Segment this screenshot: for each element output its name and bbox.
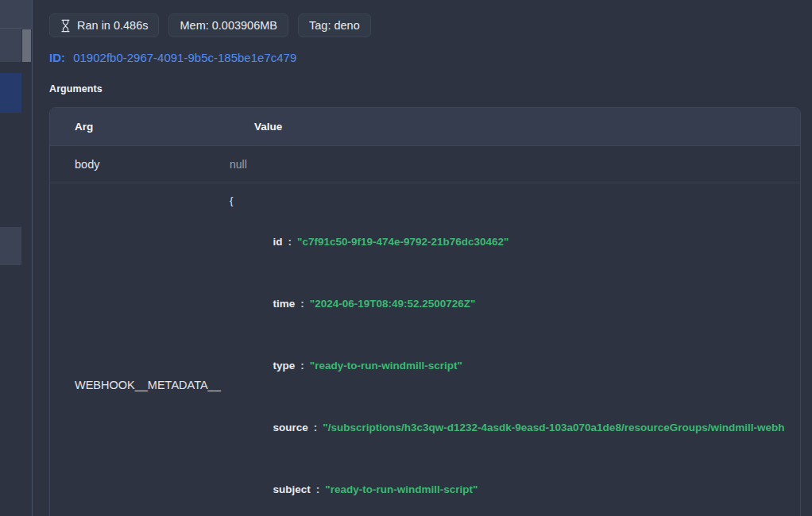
memory-badge: Mem: 0.003906MB [168, 13, 288, 37]
arguments-title: Arguments [49, 83, 801, 94]
object-entry-time: time:"2024-06-19T08:49:52.2500726Z" [230, 273, 800, 335]
rail-scrollbar-thumb[interactable] [22, 29, 31, 62]
arg-name-body: body [50, 158, 230, 171]
entry-separator: : [316, 483, 320, 495]
entry-value: "ready-to-run-windmill-script" [310, 360, 462, 372]
object-entry-id: id:"c7f91c50-9f19-474e-9792-21b76dc30462… [230, 211, 800, 273]
tag-badge-label: Tag: deno [309, 19, 360, 32]
arg-name-webhook: WEBHOOK__METADATA__ [50, 183, 230, 516]
object-open-brace: { [230, 191, 800, 211]
rail-item[interactable] [0, 227, 21, 265]
webhook-metadata-object-viewer: { id:"c7f91c50-9f19-474e-9792-21b76dc304… [230, 183, 800, 516]
entry-key: time [273, 298, 296, 310]
object-entry-subject: subject:"ready-to-run-windmill-script" [230, 459, 800, 516]
table-row-webhook-metadata: WEBHOOK__METADATA__ { id:"c7f91c50-9f19-… [50, 183, 800, 516]
job-badges: Ran in 0.486s Mem: 0.003906MB Tag: deno [49, 13, 801, 37]
memory-badge-label: Mem: 0.003906MB [180, 19, 277, 32]
arg-value-body: null [230, 158, 800, 171]
tag-badge: Tag: deno [298, 13, 371, 37]
entry-key: type [273, 360, 296, 372]
entry-key: subject [273, 483, 311, 495]
job-id-value[interactable]: 01902fb0-2967-4091-9b5c-185be1e7c479 [73, 51, 296, 64]
object-entry-type: type:"ready-to-run-windmill-script" [230, 335, 800, 397]
entry-separator: : [300, 298, 304, 310]
col-header-value: Value [230, 121, 800, 133]
arguments-table-header: Arg Value [50, 108, 800, 146]
hourglass-icon [60, 19, 71, 33]
entry-value: "ready-to-run-windmill-script" [325, 483, 478, 495]
rail-top-block [0, 0, 32, 29]
table-row-body: body null [50, 146, 800, 183]
entry-separator: : [314, 422, 318, 433]
entry-separator: : [300, 360, 304, 372]
job-id-label: ID: [49, 51, 65, 64]
runtime-badge: Ran in 0.486s [49, 13, 159, 37]
entry-value: "/subscriptions/h3c3qw-d1232-4asdk-9easd… [323, 422, 784, 433]
runtime-badge-label: Ran in 0.486s [77, 19, 148, 32]
col-header-arg: Arg [50, 121, 230, 133]
entry-value: "2024-06-19T08:49:52.2500726Z" [310, 298, 476, 310]
job-detail-panel: Ran in 0.486s Mem: 0.003906MB Tag: deno … [33, 0, 812, 516]
entry-key: id [273, 236, 283, 248]
entry-key: source [273, 422, 308, 433]
entry-value: "c7f91c50-9f19-474e-9792-21b76dc30462" [297, 236, 509, 248]
arguments-table: Arg Value body null WEBHOOK__METADATA__ … [49, 107, 801, 516]
left-rail [0, 0, 33, 516]
job-id-line: ID: 01902fb0-2967-4091-9b5c-185be1e7c479 [49, 51, 801, 64]
rail-list-item[interactable] [0, 29, 21, 62]
rail-selected-item[interactable] [0, 73, 21, 113]
entry-separator: : [288, 236, 292, 248]
object-entry-source: source:"/subscriptions/h3c3qw-d1232-4asd… [230, 397, 800, 459]
